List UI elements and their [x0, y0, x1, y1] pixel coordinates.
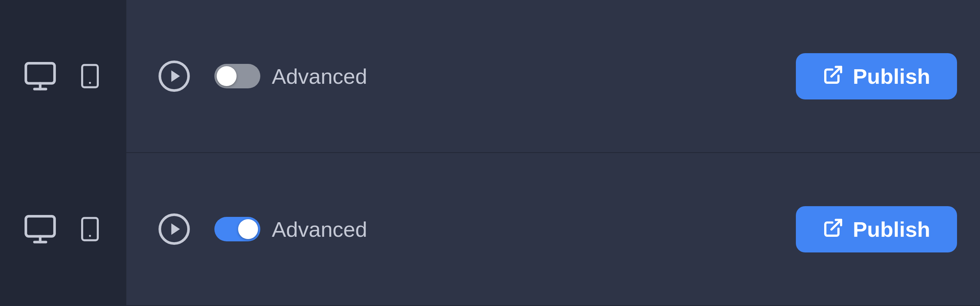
toggle-thumb-2 — [238, 219, 258, 239]
play-button-1[interactable] — [157, 59, 191, 93]
svg-rect-8 — [26, 216, 55, 236]
advanced-toggle-2[interactable] — [214, 217, 260, 241]
svg-marker-14 — [172, 223, 180, 235]
controls-group-1: Advanced — [126, 59, 796, 93]
publish-button-1[interactable]: Publish — [796, 53, 957, 99]
tablet-icon-2[interactable] — [77, 212, 103, 246]
monitor-icon[interactable] — [23, 59, 57, 93]
controls-group-2: Advanced — [126, 212, 796, 246]
advanced-toggle-1[interactable] — [214, 64, 260, 88]
publish-label-2: Publish — [853, 217, 930, 242]
publish-button-2[interactable]: Publish — [796, 206, 957, 252]
svg-line-15 — [831, 220, 841, 229]
device-icon-group-1 — [0, 0, 126, 152]
toggle-thumb-1 — [217, 66, 237, 86]
play-button-2[interactable] — [157, 212, 191, 246]
toolbar-row-2: Advanced Publish — [0, 153, 980, 306]
svg-line-7 — [831, 67, 841, 76]
device-icon-group-2 — [0, 153, 126, 305]
monitor-icon-2[interactable] — [23, 212, 57, 246]
toggle-container-1: Advanced — [214, 64, 367, 89]
advanced-label-1: Advanced — [272, 64, 367, 89]
toggle-container-2: Advanced — [214, 217, 367, 242]
external-link-icon-2 — [823, 217, 844, 241]
svg-rect-0 — [26, 63, 55, 83]
external-link-icon-1 — [823, 64, 844, 88]
tablet-icon[interactable] — [77, 59, 103, 93]
svg-marker-6 — [172, 70, 180, 82]
svg-rect-3 — [82, 65, 98, 87]
svg-rect-11 — [82, 218, 98, 240]
publish-label-1: Publish — [853, 64, 930, 89]
toolbar-row-1: Advanced Publish — [0, 0, 980, 153]
advanced-label-2: Advanced — [272, 217, 367, 242]
